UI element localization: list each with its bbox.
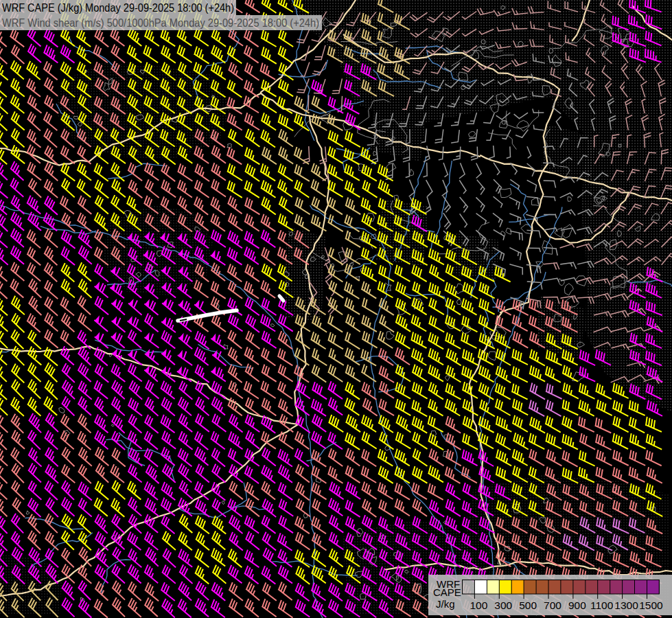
svg-text:WRF CAPE (J/kg) Monday 29-09-2: WRF CAPE (J/kg) Monday 29-09-2025 18:00 … bbox=[2, 1, 234, 14]
svg-text:CAPE: CAPE bbox=[433, 586, 461, 598]
svg-text:100: 100 bbox=[470, 599, 487, 611]
svg-text:1100: 1100 bbox=[590, 599, 614, 611]
svg-text:WRF Wind shear (m/s) 500/1000h: WRF Wind shear (m/s) 500/1000hPa Monday … bbox=[2, 16, 319, 29]
svg-text:500: 500 bbox=[519, 599, 537, 611]
svg-text:1300: 1300 bbox=[614, 599, 638, 611]
svg-text:1500: 1500 bbox=[639, 599, 663, 611]
svg-text:900: 900 bbox=[568, 599, 586, 611]
svg-text:700: 700 bbox=[544, 599, 561, 611]
svg-text:300: 300 bbox=[494, 599, 512, 611]
svg-text:J/kg: J/kg bbox=[436, 598, 455, 610]
